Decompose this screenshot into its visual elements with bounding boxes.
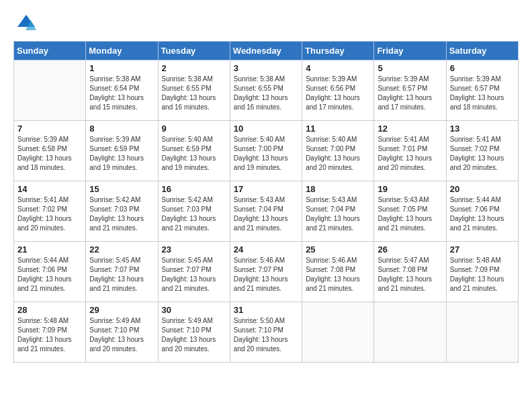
day-info: Sunrise: 5:41 AM Sunset: 7:01 PM Dayligh… bbox=[378, 135, 442, 173]
calendar-cell-w2d0: 14Sunrise: 5:41 AM Sunset: 7:02 PM Dayli… bbox=[14, 181, 86, 242]
calendar-cell-w1d2: 9Sunrise: 5:40 AM Sunset: 6:59 PM Daylig… bbox=[158, 121, 230, 181]
calendar-cell-w0d1: 1Sunrise: 5:38 AM Sunset: 6:54 PM Daylig… bbox=[86, 60, 158, 121]
day-number: 21 bbox=[17, 244, 82, 255]
day-number: 9 bbox=[162, 124, 226, 134]
weekday-header-sunday: Sunday bbox=[14, 42, 86, 60]
day-info: Sunrise: 5:46 AM Sunset: 7:08 PM Dayligh… bbox=[306, 256, 370, 293]
day-number: 5 bbox=[378, 63, 442, 73]
calendar-cell-w3d3: 24Sunrise: 5:46 AM Sunset: 7:07 PM Dayli… bbox=[230, 242, 302, 302]
day-info: Sunrise: 5:39 AM Sunset: 6:59 PM Dayligh… bbox=[89, 135, 154, 173]
calendar-cell-w2d6: 20Sunrise: 5:44 AM Sunset: 7:06 PM Dayli… bbox=[446, 181, 518, 242]
day-number: 16 bbox=[162, 184, 226, 194]
day-info: Sunrise: 5:39 AM Sunset: 6:58 PM Dayligh… bbox=[17, 135, 82, 173]
day-info: Sunrise: 5:45 AM Sunset: 7:07 PM Dayligh… bbox=[89, 256, 154, 293]
day-info: Sunrise: 5:44 AM Sunset: 7:06 PM Dayligh… bbox=[450, 195, 515, 233]
day-number: 3 bbox=[234, 63, 298, 73]
weekday-header-tuesday: Tuesday bbox=[158, 42, 230, 60]
day-info: Sunrise: 5:48 AM Sunset: 7:09 PM Dayligh… bbox=[17, 316, 82, 354]
day-info: Sunrise: 5:40 AM Sunset: 6:59 PM Dayligh… bbox=[162, 135, 226, 173]
day-info: Sunrise: 5:41 AM Sunset: 7:02 PM Dayligh… bbox=[17, 195, 82, 233]
calendar-cell-w4d1: 29Sunrise: 5:49 AM Sunset: 7:10 PM Dayli… bbox=[86, 302, 158, 363]
day-info: Sunrise: 5:40 AM Sunset: 7:00 PM Dayligh… bbox=[234, 135, 298, 173]
day-info: Sunrise: 5:43 AM Sunset: 7:04 PM Dayligh… bbox=[306, 195, 370, 233]
day-info: Sunrise: 5:39 AM Sunset: 6:56 PM Dayligh… bbox=[306, 75, 370, 112]
day-info: Sunrise: 5:39 AM Sunset: 6:57 PM Dayligh… bbox=[450, 75, 515, 112]
day-info: Sunrise: 5:43 AM Sunset: 7:05 PM Dayligh… bbox=[378, 195, 442, 233]
day-number: 28 bbox=[17, 305, 82, 315]
day-info: Sunrise: 5:42 AM Sunset: 7:03 PM Dayligh… bbox=[89, 195, 154, 233]
day-number: 15 bbox=[89, 184, 154, 194]
day-number: 10 bbox=[234, 124, 298, 134]
calendar-cell-w2d1: 15Sunrise: 5:42 AM Sunset: 7:03 PM Dayli… bbox=[86, 181, 158, 242]
day-info: Sunrise: 5:40 AM Sunset: 7:00 PM Dayligh… bbox=[306, 135, 370, 173]
day-info: Sunrise: 5:38 AM Sunset: 6:54 PM Dayligh… bbox=[89, 75, 154, 112]
day-number: 24 bbox=[234, 244, 298, 255]
calendar-cell-w1d6: 13Sunrise: 5:41 AM Sunset: 7:02 PM Dayli… bbox=[446, 121, 518, 181]
calendar-cell-w4d2: 30Sunrise: 5:49 AM Sunset: 7:10 PM Dayli… bbox=[158, 302, 230, 363]
calendar-cell-w0d3: 3Sunrise: 5:38 AM Sunset: 6:55 PM Daylig… bbox=[230, 60, 302, 121]
day-number: 29 bbox=[89, 305, 154, 315]
day-info: Sunrise: 5:38 AM Sunset: 6:55 PM Dayligh… bbox=[234, 75, 298, 112]
calendar-cell-w1d1: 8Sunrise: 5:39 AM Sunset: 6:59 PM Daylig… bbox=[86, 121, 158, 181]
weekday-header-friday: Friday bbox=[374, 42, 446, 60]
day-info: Sunrise: 5:43 AM Sunset: 7:04 PM Dayligh… bbox=[234, 195, 298, 233]
day-number: 31 bbox=[234, 305, 298, 315]
day-number: 6 bbox=[450, 63, 515, 73]
weekday-header-saturday: Saturday bbox=[446, 42, 518, 60]
day-number: 19 bbox=[378, 184, 442, 194]
calendar-cell-w1d0: 7Sunrise: 5:39 AM Sunset: 6:58 PM Daylig… bbox=[14, 121, 86, 181]
calendar-cell-w4d5 bbox=[374, 302, 446, 363]
day-info: Sunrise: 5:39 AM Sunset: 6:57 PM Dayligh… bbox=[378, 75, 442, 112]
day-number: 25 bbox=[306, 244, 370, 255]
calendar-cell-w3d5: 26Sunrise: 5:47 AM Sunset: 7:08 PM Dayli… bbox=[374, 242, 446, 302]
day-number: 26 bbox=[378, 244, 442, 255]
calendar-cell-w1d5: 12Sunrise: 5:41 AM Sunset: 7:01 PM Dayli… bbox=[374, 121, 446, 181]
day-number: 8 bbox=[89, 124, 154, 134]
calendar-cell-w4d3: 31Sunrise: 5:50 AM Sunset: 7:10 PM Dayli… bbox=[230, 302, 302, 363]
day-info: Sunrise: 5:50 AM Sunset: 7:10 PM Dayligh… bbox=[234, 316, 298, 354]
calendar-cell-w2d3: 17Sunrise: 5:43 AM Sunset: 7:04 PM Dayli… bbox=[230, 181, 302, 242]
calendar-cell-w3d1: 22Sunrise: 5:45 AM Sunset: 7:07 PM Dayli… bbox=[86, 242, 158, 302]
day-info: Sunrise: 5:49 AM Sunset: 7:10 PM Dayligh… bbox=[89, 316, 154, 354]
day-number: 7 bbox=[17, 124, 82, 134]
calendar-cell-w0d0 bbox=[14, 60, 86, 121]
logo bbox=[13, 13, 36, 34]
calendar-cell-w4d4 bbox=[302, 302, 374, 363]
calendar-cell-w3d6: 27Sunrise: 5:48 AM Sunset: 7:09 PM Dayli… bbox=[446, 242, 518, 302]
day-info: Sunrise: 5:49 AM Sunset: 7:10 PM Dayligh… bbox=[162, 316, 226, 354]
day-info: Sunrise: 5:47 AM Sunset: 7:08 PM Dayligh… bbox=[378, 256, 442, 293]
day-number: 13 bbox=[450, 124, 515, 134]
day-info: Sunrise: 5:42 AM Sunset: 7:03 PM Dayligh… bbox=[162, 195, 226, 233]
calendar-cell-w0d4: 4Sunrise: 5:39 AM Sunset: 6:56 PM Daylig… bbox=[302, 60, 374, 121]
day-number: 11 bbox=[306, 124, 370, 134]
calendar-cell-w4d0: 28Sunrise: 5:48 AM Sunset: 7:09 PM Dayli… bbox=[14, 302, 86, 363]
day-number: 2 bbox=[162, 63, 226, 73]
day-number: 17 bbox=[234, 184, 298, 194]
calendar-cell-w3d4: 25Sunrise: 5:46 AM Sunset: 7:08 PM Dayli… bbox=[302, 242, 374, 302]
page-header bbox=[13, 13, 519, 34]
day-number: 20 bbox=[450, 184, 515, 194]
calendar-cell-w2d4: 18Sunrise: 5:43 AM Sunset: 7:04 PM Dayli… bbox=[302, 181, 374, 242]
calendar-cell-w3d2: 23Sunrise: 5:45 AM Sunset: 7:07 PM Dayli… bbox=[158, 242, 230, 302]
day-number: 22 bbox=[89, 244, 154, 255]
calendar-cell-w2d2: 16Sunrise: 5:42 AM Sunset: 7:03 PM Dayli… bbox=[158, 181, 230, 242]
day-info: Sunrise: 5:45 AM Sunset: 7:07 PM Dayligh… bbox=[162, 256, 226, 293]
weekday-header-thursday: Thursday bbox=[302, 42, 374, 60]
day-number: 27 bbox=[450, 244, 515, 255]
day-info: Sunrise: 5:48 AM Sunset: 7:09 PM Dayligh… bbox=[450, 256, 515, 293]
calendar-cell-w0d6: 6Sunrise: 5:39 AM Sunset: 6:57 PM Daylig… bbox=[446, 60, 518, 121]
calendar-cell-w4d6 bbox=[446, 302, 518, 363]
day-number: 23 bbox=[162, 244, 226, 255]
day-number: 18 bbox=[306, 184, 370, 194]
day-number: 30 bbox=[162, 305, 226, 315]
day-number: 4 bbox=[306, 63, 370, 73]
day-number: 1 bbox=[89, 63, 154, 73]
calendar-cell-w2d5: 19Sunrise: 5:43 AM Sunset: 7:05 PM Dayli… bbox=[374, 181, 446, 242]
day-number: 14 bbox=[17, 184, 82, 194]
day-info: Sunrise: 5:44 AM Sunset: 7:06 PM Dayligh… bbox=[17, 256, 82, 293]
calendar-cell-w0d2: 2Sunrise: 5:38 AM Sunset: 6:55 PM Daylig… bbox=[158, 60, 230, 121]
logo-icon bbox=[16, 13, 36, 34]
calendar-cell-w3d0: 21Sunrise: 5:44 AM Sunset: 7:06 PM Dayli… bbox=[14, 242, 86, 302]
weekday-header-monday: Monday bbox=[86, 42, 158, 60]
day-info: Sunrise: 5:46 AM Sunset: 7:07 PM Dayligh… bbox=[234, 256, 298, 293]
